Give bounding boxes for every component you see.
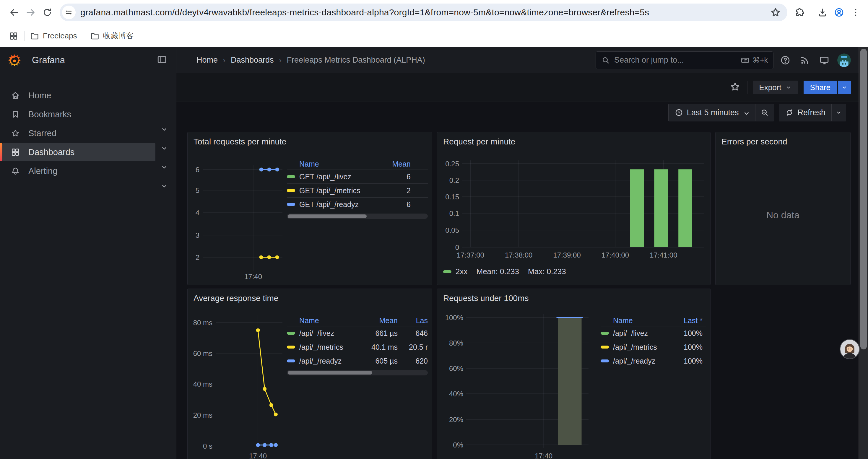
sidebar-item-bookmarks[interactable]: Bookmarks bbox=[2, 105, 155, 124]
scrollbar-thumb[interactable] bbox=[860, 49, 867, 350]
legend-col-header[interactable]: Name bbox=[287, 160, 384, 168]
news-rss-icon[interactable] bbox=[797, 53, 812, 68]
breadcrumb-home[interactable]: Home bbox=[196, 56, 218, 65]
profile-icon[interactable] bbox=[831, 4, 847, 21]
series-value: 661 µs bbox=[364, 329, 398, 338]
legend-col-header[interactable]: Last * bbox=[675, 316, 703, 325]
series-value: 646 bbox=[403, 329, 428, 338]
panel-requests-under-100ms[interactable]: Requests under 100ms 100%80%60%40%20%0%1… bbox=[437, 289, 711, 459]
scrollbar-thumb[interactable] bbox=[288, 215, 367, 218]
sidebar-item-home[interactable]: Home bbox=[2, 86, 155, 104]
svg-text:60 ms: 60 ms bbox=[193, 350, 212, 357]
series-name[interactable]: GET /api/_/livez bbox=[287, 172, 384, 181]
favorite-star-icon[interactable] bbox=[730, 81, 742, 94]
series-name[interactable]: /api/_/readyz bbox=[287, 357, 364, 365]
brand-label[interactable]: Grafana bbox=[32, 55, 65, 66]
time-range-picker[interactable]: Last 5 minutes bbox=[669, 104, 755, 121]
panel-title[interactable]: Requests under 100ms bbox=[443, 294, 529, 303]
breadcrumb-dashboards[interactable]: Dashboards bbox=[231, 56, 274, 65]
downloads-icon[interactable] bbox=[814, 4, 831, 21]
forward-icon[interactable] bbox=[23, 4, 39, 21]
legend-row: /api/_/readyz605 µs620 bbox=[287, 354, 428, 368]
panel-errors-per-second[interactable]: Errors per second No data bbox=[715, 132, 850, 285]
legend-table: NameLast */api/_/livez100%/api/_/metrics… bbox=[601, 315, 706, 368]
series-value: 605 µs bbox=[364, 357, 398, 365]
legend-col-header[interactable]: Name bbox=[601, 316, 675, 325]
bell-icon bbox=[11, 166, 20, 176]
refresh-interval-dropdown[interactable] bbox=[832, 104, 846, 121]
share-button[interactable]: Share bbox=[804, 80, 837, 94]
svg-text:80%: 80% bbox=[449, 339, 463, 347]
user-avatar[interactable] bbox=[837, 54, 851, 67]
series-name[interactable]: /api/_/readyz bbox=[601, 357, 675, 365]
panel-request-per-minute[interactable]: Request per minute 0.250.20.150.10.05017… bbox=[437, 132, 711, 285]
menu-dots-icon[interactable] bbox=[847, 4, 864, 21]
scrollbar-thumb[interactable] bbox=[288, 371, 372, 374]
bookmark-folder-freeleaps[interactable]: Freeleaps bbox=[30, 31, 77, 41]
svg-text:40%: 40% bbox=[449, 390, 463, 398]
legend-row: GET /api/_/livez6 bbox=[287, 169, 428, 184]
legend-col-header[interactable]: Mean bbox=[364, 316, 398, 325]
refresh-button[interactable]: Refresh bbox=[779, 104, 831, 121]
bar-chart[interactable]: 0.250.20.150.10.05017:37:0017:38:0017:39… bbox=[437, 132, 711, 285]
url-text[interactable]: grafana.mathmast.com/d/deytv4rwavabkb/fr… bbox=[80, 7, 767, 18]
series-name[interactable]: /api/_/metrics bbox=[601, 343, 675, 352]
floating-assistant-avatar[interactable] bbox=[840, 340, 859, 359]
svg-text:0.1: 0.1 bbox=[450, 209, 459, 218]
chevron-down-icon bbox=[785, 84, 792, 91]
bar-chart[interactable]: 100%80%60%40%20%0%17:40 bbox=[437, 289, 711, 459]
series-value: 620 bbox=[403, 357, 428, 365]
export-button[interactable]: Export bbox=[753, 80, 798, 94]
legend-row: /api/_/readyz100% bbox=[601, 354, 706, 368]
sidebar-item-starred[interactable]: Starred bbox=[2, 124, 155, 142]
help-icon[interactable] bbox=[778, 53, 793, 68]
sidebar-toggle-icon[interactable] bbox=[157, 54, 168, 66]
page-scrollbar[interactable] bbox=[859, 47, 868, 459]
sidebar-item-dashboards[interactable]: Dashboards bbox=[2, 143, 155, 161]
folder-icon bbox=[30, 31, 39, 41]
site-settings-icon[interactable] bbox=[62, 6, 75, 19]
panel-title[interactable]: Average response time bbox=[193, 294, 278, 303]
legend-col-header[interactable]: Mean bbox=[384, 160, 411, 168]
svg-text:40 ms: 40 ms bbox=[193, 380, 212, 388]
share-dropdown-button[interactable] bbox=[838, 80, 851, 94]
extensions-icon[interactable] bbox=[792, 4, 808, 21]
kiosk-monitor-icon[interactable] bbox=[816, 53, 832, 68]
chevron-down-icon[interactable] bbox=[159, 181, 169, 191]
back-icon[interactable] bbox=[6, 4, 23, 21]
series-name[interactable]: 2xx bbox=[456, 267, 467, 276]
toolbar-divider bbox=[811, 7, 811, 18]
bookmark-label: 收藏博客 bbox=[103, 31, 134, 41]
search-input[interactable]: Search or jump to... ⌘+k bbox=[596, 52, 773, 69]
url-bar[interactable]: grafana.mathmast.com/d/deytv4rwavabkb/fr… bbox=[60, 4, 787, 21]
zoom-out-icon[interactable] bbox=[755, 104, 774, 121]
legend-col-header[interactable]: Las bbox=[403, 316, 428, 325]
panel-total-requests[interactable]: Total requests per minute 6543217:40 Nam… bbox=[187, 132, 432, 285]
svg-text:17:40:00: 17:40:00 bbox=[601, 251, 629, 259]
legend-col-header[interactable]: Name bbox=[287, 316, 364, 325]
series-name[interactable]: /api/_/livez bbox=[601, 329, 675, 338]
no-data-message: No data bbox=[716, 210, 850, 221]
svg-text:4: 4 bbox=[195, 209, 199, 217]
series-name[interactable]: GET /api/_/metrics bbox=[287, 186, 384, 195]
reload-icon[interactable] bbox=[39, 4, 56, 21]
panel-average-response-time[interactable]: Average response time 80 ms60 ms40 ms20 … bbox=[187, 289, 432, 459]
bookmark-folder-blogs[interactable]: 收藏博客 bbox=[90, 31, 134, 41]
sidebar-item-alerting[interactable]: Alerting bbox=[2, 162, 155, 180]
panel-title[interactable]: Errors per second bbox=[721, 137, 787, 146]
bookmark-star-icon[interactable] bbox=[770, 6, 781, 18]
series-name[interactable]: GET /api/_/readyz bbox=[287, 200, 384, 209]
series-name[interactable]: /api/_/metrics bbox=[287, 343, 364, 352]
series-name[interactable]: /api/_/livez bbox=[287, 329, 364, 338]
panel-title[interactable]: Total requests per minute bbox=[193, 137, 286, 146]
series-swatch bbox=[287, 346, 295, 349]
legend-scrollbar[interactable] bbox=[287, 214, 428, 219]
search-icon bbox=[601, 56, 610, 65]
apps-grid-icon[interactable] bbox=[7, 30, 20, 42]
grafana-logo[interactable] bbox=[8, 54, 21, 67]
svg-text:0.05: 0.05 bbox=[445, 226, 459, 234]
series-value: 40.1 ms bbox=[364, 343, 398, 352]
legend-scrollbar[interactable] bbox=[287, 370, 428, 375]
panel-title[interactable]: Request per minute bbox=[443, 137, 515, 146]
svg-text:17:38:00: 17:38:00 bbox=[505, 251, 532, 259]
